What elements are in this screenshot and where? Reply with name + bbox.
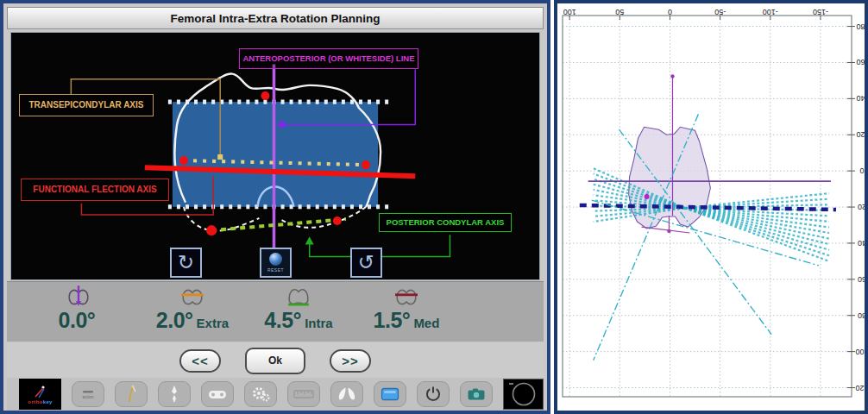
ruler-button[interactable] [287, 381, 320, 407]
power-icon [425, 386, 442, 403]
power-button[interactable] [417, 381, 450, 407]
medial-condyle-dot [206, 225, 217, 235]
page-title: Femoral Intra-Extra Rotation Planning [7, 7, 544, 29]
settings-gears-button[interactable] [244, 381, 277, 407]
tick-label-x: -50 [714, 8, 726, 16]
viewfinder-icon [507, 381, 538, 407]
tick-label-y: -60 [856, 58, 865, 66]
planning-panel: Femoral Intra-Extra Rotation Planning [0, 0, 550, 414]
screen-icon [381, 387, 399, 401]
action-button[interactable]: action [72, 381, 104, 407]
screen-button[interactable] [374, 381, 406, 407]
tick-label-y: 20 [858, 203, 865, 211]
flection-axis-value: 1.5° [374, 308, 411, 333]
posterior-condylar-rotation-icon [286, 284, 311, 308]
right-fan [684, 208, 829, 239]
tick-label-y: 40 [858, 239, 865, 248]
rotate-clockwise-button[interactable]: ↻ [170, 248, 202, 278]
tick-label-y: -40 [856, 94, 865, 103]
lateral-epicondyle-dot [362, 160, 370, 169]
right-fan [684, 208, 829, 233]
navigation-row: << Ok >> [7, 343, 544, 378]
marker-line-b-dot [667, 229, 670, 233]
transepicondylar-axis-label: TRANSEPICONDYLAR AXIS [19, 94, 154, 116]
bottom-toolbar: orthokey action [7, 378, 544, 411]
marker-line-a [642, 227, 690, 233]
posterior-condylar-axis-label: POSTERIOR CONDYLAR AXIS [379, 213, 512, 232]
whiteside-value: 0.0° [59, 308, 96, 333]
bone-tool-icon [123, 385, 140, 404]
whiteside-line-dot [670, 74, 674, 78]
page-title-text: Femoral Intra-Extra Rotation Planning [170, 12, 380, 25]
right-fan [684, 208, 829, 244]
measurement-bar: 0.0° 2.0° Extra [7, 281, 544, 342]
tick-label-y: -80 [856, 22, 865, 31]
posterior-condylar-suffix: Intra [305, 316, 333, 330]
rotation-plot: 100500-50-100-150-80-60-40-2002040608010… [557, 3, 865, 411]
ok-button[interactable]: Ok [245, 348, 305, 374]
tick-label-y: 120 [855, 384, 865, 392]
posterior-condylar-line [211, 219, 346, 230]
tick-label-x: 50 [615, 8, 624, 16]
rotate-clockwise-icon: ↻ [178, 253, 194, 273]
next-button[interactable]: >> [330, 349, 371, 373]
anterior-landmark-dot [261, 91, 269, 100]
whiteside-rotation-icon [66, 284, 91, 308]
viewfinder-button[interactable] [503, 379, 544, 410]
lateral-condyle-dot [333, 216, 342, 225]
flection-axis-suffix: Med [413, 316, 439, 330]
rotate-counterclockwise-icon: ↺ [358, 253, 374, 273]
functional-flection-axis-label: FUNCTIONAL FLECTION AXIS [21, 179, 169, 201]
camera-icon [467, 387, 486, 401]
reset-sphere-icon [269, 253, 282, 266]
tick-label-x: -150 [813, 8, 828, 16]
tick-label-x: 100 [563, 8, 576, 16]
action-label: action [82, 395, 93, 399]
transepicondylar-value: 2.0° [156, 308, 193, 333]
transepicondylar-rotation-icon [179, 284, 205, 308]
anteroposterior-line-label: ANTEROPOSTERIOR (OR WHITESIDE) LINE [239, 48, 418, 69]
chart-svg: 100500-50-100-150-80-60-40-2002040608010… [557, 3, 865, 411]
gamepad-button[interactable] [201, 381, 234, 407]
camera-button[interactable] [460, 381, 493, 407]
leg-axis-button[interactable] [158, 381, 191, 407]
settings-gears-icon [251, 386, 270, 403]
measurement-whiteside: 0.0° [14, 284, 143, 341]
orthokey-logo[interactable]: orthokey [19, 379, 61, 410]
posterior-condylar-value: 4.5° [264, 308, 301, 333]
measurement-flection-axis: 1.5° Med [342, 284, 471, 341]
planning-plot-panel: 100500-50-100-150-80-60-40-2002040608010… [554, 0, 868, 414]
tick-label-y: -20 [856, 130, 865, 139]
leg-axis-icon [167, 385, 181, 404]
tick-label-y: 60 [858, 275, 865, 284]
ruler-icon [293, 389, 314, 399]
planning-canvas: TRANSEPICONDYLAR AXIS FUNCTIONAL FLECTIO… [10, 32, 540, 280]
gamepad-icon [207, 387, 228, 401]
medial-epicondyle-dot [179, 156, 188, 165]
lungs-icon [337, 386, 356, 402]
rotate-counterclockwise-button[interactable]: ↺ [350, 248, 382, 278]
lungs-button[interactable] [330, 381, 363, 407]
tick-label-x: 0 [668, 8, 672, 16]
flection-axis-rotation-icon [393, 284, 419, 308]
tick-label-y: 80 [858, 311, 865, 320]
app-window: Femoral Intra-Extra Rotation Planning [0, 0, 868, 414]
tick-label-y: 0 [859, 166, 864, 175]
bone-tool-button[interactable] [115, 381, 148, 407]
transepicondylar-suffix: Extra [197, 316, 230, 330]
tick-label-x: -100 [763, 8, 778, 16]
previous-button[interactable]: << [179, 349, 221, 373]
marker-dot [645, 194, 650, 199]
reset-button[interactable]: RESET [260, 248, 292, 278]
connector-arrowhead-up [305, 236, 314, 244]
logo-swoosh-icon [29, 385, 52, 398]
planning-drawing [11, 33, 541, 281]
logo-text: orthokey [28, 399, 53, 405]
tick-label-y: 100 [855, 348, 865, 356]
connector-marker [217, 154, 223, 160]
